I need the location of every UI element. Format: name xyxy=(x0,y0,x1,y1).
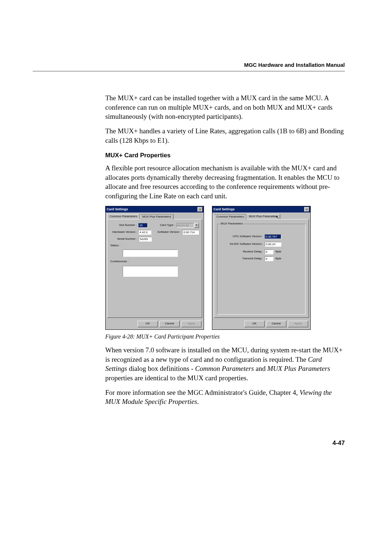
slot-number-field[interactable]: 15 xyxy=(138,223,148,228)
software-version-label: Software Version : xyxy=(154,230,181,234)
paragraph-2: The MUX+ handles a variety of Line Rates… xyxy=(105,126,345,145)
software-version-field[interactable]: 0.00.714 xyxy=(182,230,199,235)
dialog-title: Card Settings xyxy=(107,207,128,211)
status-listbox[interactable] xyxy=(123,250,178,257)
tabs: Common Parameters MUX Plus Parameters xyxy=(212,212,310,219)
button-row: OK Cancel Apply xyxy=(212,319,310,329)
text: When version 7.0 software is installed o… xyxy=(105,346,343,363)
card-settings-dialog-muxplus: Card Settings × Common Parameters MUX Pl… xyxy=(212,206,311,330)
slot-number-label: Slot Number : xyxy=(110,223,137,227)
conferences-label: Conferences : xyxy=(110,260,131,264)
apply-button[interactable]: Apply xyxy=(288,321,308,327)
serial-number-label: Serial Number : xyxy=(110,237,137,241)
paragraph-1: The MUX+ card can be installed together … xyxy=(105,93,345,121)
dialog-screenshots: Card Settings × Common Parameters MUX Pl… xyxy=(105,206,345,330)
paragraph-5: For more information see the MGC Adminis… xyxy=(105,388,345,406)
paragraph-3: A flexible port resource allocation mech… xyxy=(105,163,345,201)
text: . xyxy=(197,398,199,405)
paragraph-4: When version 7.0 software is installed o… xyxy=(105,345,345,383)
close-icon[interactable]: × xyxy=(304,207,309,212)
dialog-title: Card Settings xyxy=(213,207,235,211)
card-settings-dialog-common: Card Settings × Common Parameters MUX Pl… xyxy=(105,206,204,330)
cpu-software-version-label: CPU Software Version : xyxy=(220,235,263,239)
transmit-delay-label: Transmit Delay : xyxy=(220,257,263,261)
button-row: OK Cancel Apply xyxy=(106,319,204,329)
cancel-button[interactable]: Cancel xyxy=(159,321,180,327)
mux-parameters-group: MUX Parameters CPU Software Version : 0.… xyxy=(217,224,306,315)
text: and xyxy=(254,365,268,372)
subheading-mux-card-properties: MUX+ Card Properties xyxy=(105,151,345,160)
text-italic: Common Parameters xyxy=(195,365,254,372)
serial-number-field[interactable]: 54295 xyxy=(139,237,152,242)
page-number: 4-47 xyxy=(105,439,345,447)
hardware-version-label: Hardware Version : xyxy=(110,230,137,234)
cpu-software-version-field[interactable]: 0.00.707 xyxy=(265,234,281,239)
receive-delay-label: Recieve Delay : xyxy=(220,250,263,254)
transmit-delay-field[interactable]: 0 xyxy=(265,256,273,261)
tabs: Common Parameters MUX Plus Parameters xyxy=(106,212,204,219)
transmit-delay-unit: Byte xyxy=(275,257,284,261)
figure-caption: Figure 4-28: MUX+ Card Participant Prope… xyxy=(105,333,345,341)
ok-button[interactable]: OK xyxy=(244,321,265,327)
receive-delay-unit: Byte xyxy=(275,250,284,254)
titlebar: Card Settings × xyxy=(106,206,204,212)
text: properties are identical to the MUX card… xyxy=(105,374,248,382)
text: dialog box definitions - xyxy=(127,365,195,372)
cursor-icon: ↖ xyxy=(275,214,279,220)
status-label: Status : xyxy=(110,244,123,248)
conferences-listbox[interactable] xyxy=(123,266,178,277)
xilinx-software-version-field[interactable]: 0.00.24 xyxy=(265,242,281,247)
header-rule xyxy=(33,71,345,72)
titlebar: Card Settings × xyxy=(212,206,310,212)
card-type-label: Card Type : xyxy=(154,223,175,227)
tab-common-parameters[interactable]: Common Parameters xyxy=(107,214,140,219)
header-manual-title: MGC Hardware and Installation Manual xyxy=(33,62,345,68)
text: For more information see the MGC Adminis… xyxy=(105,389,299,396)
text-italic: MUX Plus Parameters xyxy=(267,365,330,372)
ok-button[interactable]: OK xyxy=(138,321,158,327)
tab-panel: MUX Parameters CPU Software Version : 0.… xyxy=(214,219,309,318)
xilinx-software-version-label: XILINX Software Version : xyxy=(220,242,263,246)
chevron-down-icon[interactable]: ▼ xyxy=(194,223,199,228)
tab-mux-plus-parameters[interactable]: MUX Plus Parameters xyxy=(140,214,173,219)
main-content: The MUX+ card can be installed together … xyxy=(105,93,345,447)
card-type-field[interactable]: MUX+40 xyxy=(176,223,194,228)
tab-common-parameters[interactable]: Common Parameters xyxy=(214,214,246,219)
cancel-button[interactable]: Cancel xyxy=(266,321,286,327)
receive-delay-field[interactable]: 0 xyxy=(265,250,273,254)
hardware-version-field[interactable]: 4.42.0 xyxy=(138,230,151,235)
tab-panel: Slot Number : 15 Card Type : MUX+40 ▼ Ha… xyxy=(107,219,202,318)
apply-button[interactable]: Apply xyxy=(181,321,201,327)
close-icon[interactable]: × xyxy=(197,207,203,212)
group-label: MUX Parameters xyxy=(220,222,244,226)
